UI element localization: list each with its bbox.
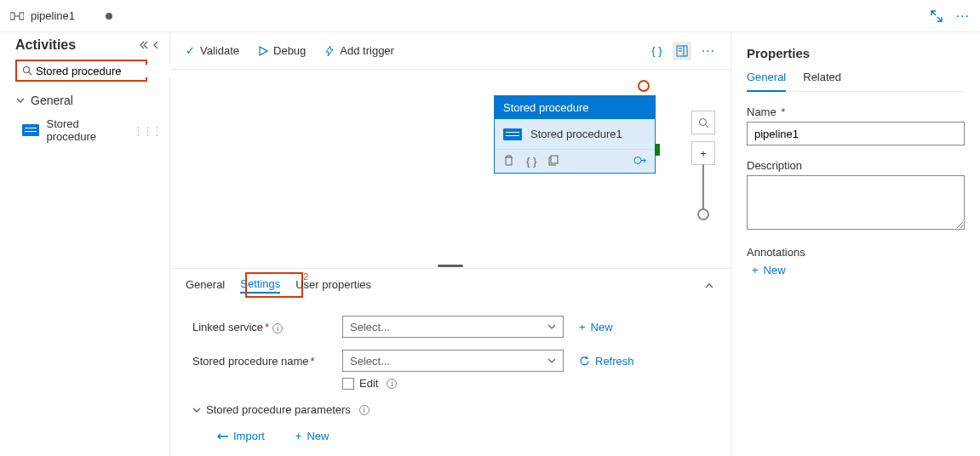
sp-parameters-toggle[interactable]: Stored procedure parameters i	[192, 403, 708, 416]
zoom-control: +	[691, 111, 715, 220]
svg-rect-9	[551, 156, 558, 163]
play-icon	[258, 46, 268, 56]
tab-user-properties[interactable]: User properties	[295, 278, 371, 293]
tab-settings[interactable]: Settings	[240, 277, 280, 294]
prop-tab-related[interactable]: Related	[803, 71, 841, 91]
description-input[interactable]	[747, 175, 965, 230]
import-icon	[216, 432, 228, 441]
editor-tab-bar: pipeline1 ···	[0, 0, 980, 32]
new-annotation-button[interactable]: + New	[752, 264, 965, 276]
more-icon[interactable]: ···	[956, 9, 970, 24]
prop-tab-general[interactable]: General	[747, 71, 786, 92]
name-input[interactable]	[747, 122, 965, 145]
code-view-icon[interactable]: { }	[651, 44, 662, 57]
new-linked-service-button[interactable]: + New	[579, 321, 613, 333]
info-icon[interactable]: i	[387, 379, 397, 389]
add-trigger-button[interactable]: Add trigger	[324, 44, 394, 57]
linked-service-select[interactable]: Select...	[342, 316, 564, 338]
refresh-button[interactable]: Refresh	[579, 355, 634, 368]
activities-heading: Activities	[15, 37, 139, 53]
activity-tabs: General Settings 2 User properties	[170, 268, 731, 302]
node-header: Stored procedure	[495, 96, 655, 119]
collapse-panel-icon[interactable]	[703, 280, 715, 292]
svg-point-11	[699, 118, 706, 125]
edit-label: Edit	[359, 377, 378, 390]
new-param-button[interactable]: + New	[295, 430, 330, 442]
activities-search-input[interactable]	[32, 65, 179, 77]
svg-point-3	[24, 67, 30, 73]
canvas-more-icon[interactable]: ···	[702, 43, 715, 59]
delete-icon[interactable]	[503, 155, 514, 168]
svg-rect-1	[20, 13, 24, 20]
annotation-circle	[638, 80, 650, 92]
code-icon[interactable]: { }	[526, 155, 536, 168]
import-button[interactable]: Import	[216, 430, 265, 442]
collapse-double-icon[interactable]	[139, 40, 149, 50]
zoom-fit-button[interactable]	[691, 111, 715, 134]
expand-icon[interactable]	[931, 10, 943, 22]
group-general[interactable]: General	[15, 88, 161, 112]
zoom-knob[interactable]	[697, 208, 709, 220]
unsaved-indicator	[106, 13, 112, 20]
linked-service-label: Linked service*i	[192, 321, 342, 333]
output-icon[interactable]	[633, 155, 646, 168]
activity-node[interactable]: Stored procedure Stored procedure1 { }	[494, 95, 656, 174]
pipeline-canvas[interactable]: Stored procedure Stored procedure1 { }	[170, 70, 731, 263]
svg-point-10	[634, 157, 641, 164]
node-name: Stored procedure1	[530, 128, 622, 140]
info-icon[interactable]: i	[359, 405, 370, 415]
edit-checkbox[interactable]	[342, 378, 354, 390]
activities-search[interactable]	[15, 60, 147, 82]
sp-name-select[interactable]: Select...	[342, 350, 564, 372]
svg-line-12	[705, 124, 708, 128]
drag-handle-icon: ⋮⋮⋮	[133, 124, 161, 137]
success-port[interactable]	[655, 144, 660, 156]
svg-rect-0	[10, 13, 14, 20]
stored-procedure-glyph	[503, 128, 522, 140]
activities-sidebar: Activities General Stored procedure ⋮⋮⋮	[0, 32, 170, 456]
pipeline-icon	[10, 9, 24, 23]
activity-label: Stored procedure	[46, 117, 126, 143]
group-general-label: General	[31, 94, 73, 107]
properties-heading: Properties	[747, 46, 965, 60]
zoom-track[interactable]	[702, 164, 704, 215]
annotations-label: Annotations	[747, 246, 965, 259]
sp-name-label: Stored procedure name*	[192, 355, 342, 368]
refresh-icon	[579, 356, 590, 367]
activity-stored-procedure[interactable]: Stored procedure ⋮⋮⋮	[15, 117, 161, 143]
debug-button[interactable]: Debug	[258, 44, 306, 57]
plus-icon: +	[752, 264, 759, 276]
svg-line-4	[29, 72, 32, 75]
settings-panel: Linked service*i Select... + New Stored …	[170, 302, 731, 456]
search-icon	[22, 66, 32, 76]
name-label: Name *	[747, 105, 965, 118]
copy-icon[interactable]	[548, 155, 559, 168]
properties-pane: Properties General Related Name * Descri…	[731, 32, 980, 456]
chevron-down-icon	[547, 356, 556, 365]
info-icon[interactable]: i	[272, 323, 283, 333]
plus-icon: +	[579, 321, 586, 333]
properties-toggle-icon[interactable]	[673, 42, 691, 60]
check-icon: ✓	[186, 44, 195, 57]
description-label: Description	[747, 159, 965, 172]
pipeline-toolbar: ✓ Validate Debug Add trigger { } ···	[170, 32, 731, 70]
pipeline-tab-title[interactable]: pipeline1	[31, 9, 75, 22]
tab-general[interactable]: General	[186, 278, 225, 293]
lightning-icon	[324, 46, 335, 56]
validate-button[interactable]: ✓ Validate	[186, 44, 239, 57]
chevron-down-icon	[547, 322, 556, 331]
collapse-panel-icon[interactable]	[151, 40, 161, 50]
stored-procedure-glyph	[22, 124, 39, 136]
zoom-in-button[interactable]: +	[691, 141, 715, 165]
plus-icon: +	[295, 430, 302, 442]
